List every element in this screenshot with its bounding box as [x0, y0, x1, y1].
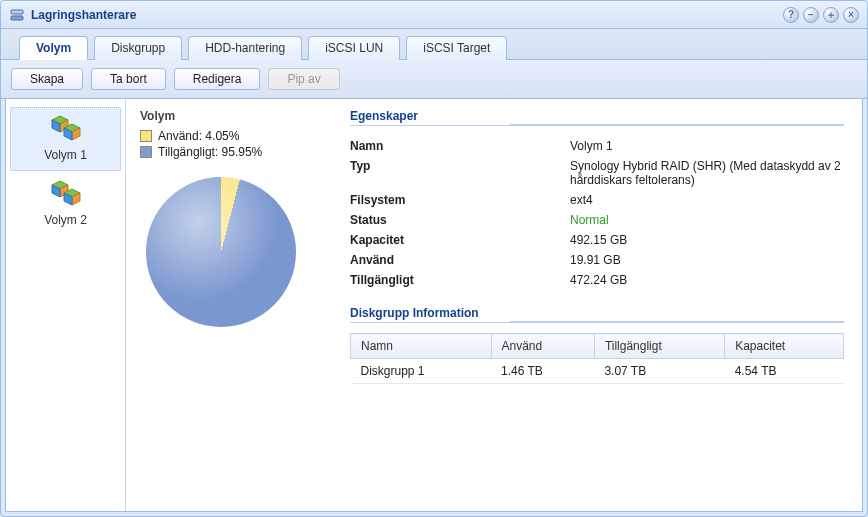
window-controls: ? − ＋ ×	[783, 7, 859, 23]
tab-label: iSCSI Target	[423, 41, 490, 55]
prop-capacity: Kapacitet 492.15 GB	[350, 230, 844, 250]
prop-name: Namn Volym 1	[350, 136, 844, 156]
edit-button[interactable]: Redigera	[174, 68, 261, 90]
titlebar: Lagringshanterare ? − ＋ ×	[1, 1, 867, 29]
tab-bar: Volym Diskgrupp HDD-hantering iSCSI LUN …	[1, 29, 867, 60]
prop-status: Status Normal	[350, 210, 844, 230]
prop-filesystem: Filsystem ext4	[350, 190, 844, 210]
col-used[interactable]: Använd	[491, 334, 594, 359]
content-area: Volym 1	[5, 99, 863, 512]
table-row[interactable]: Diskgrupp 1 1.46 TB 3.07 TB 4.54 TB	[351, 359, 844, 384]
sidebar-item-volume-1[interactable]: Volym 1	[10, 107, 121, 171]
tab-iscsi-target[interactable]: iSCSI Target	[406, 36, 507, 60]
tab-hdd[interactable]: HDD-hantering	[188, 36, 302, 60]
window-title: Lagringshanterare	[31, 8, 783, 22]
close-button[interactable]: ×	[843, 7, 859, 23]
usage-pie-chart	[146, 177, 296, 327]
volume-icon	[46, 114, 86, 146]
prop-available: Tillgängligt 472.24 GB	[350, 270, 844, 290]
usage-legend: Använd: 4.05% Tillgängligt: 95.95%	[140, 129, 330, 159]
tab-iscsi-lun[interactable]: iSCSI LUN	[308, 36, 400, 60]
cell-capacity: 4.54 TB	[725, 359, 844, 384]
sidebar-item-label: Volym 2	[10, 213, 121, 227]
volume-icon	[46, 179, 86, 211]
tab-label: Volym	[36, 41, 71, 55]
col-name[interactable]: Namn	[351, 334, 492, 359]
toolbar: Skapa Ta bort Redigera Pip av	[1, 60, 867, 99]
app-icon	[9, 7, 25, 23]
diskgroup-heading: Diskgrupp Information	[350, 306, 844, 323]
help-button[interactable]: ?	[783, 7, 799, 23]
legend-available: Tillgängligt: 95.95%	[140, 145, 330, 159]
maximize-button[interactable]: ＋	[823, 7, 839, 23]
details-column: Egenskaper Namn Volym 1 Typ Synology Hyb…	[350, 109, 844, 501]
col-avail[interactable]: Tillgängligt	[594, 334, 724, 359]
col-capacity[interactable]: Kapacitet	[725, 334, 844, 359]
cell-used: 1.46 TB	[491, 359, 594, 384]
table-header-row: Namn Använd Tillgängligt Kapacitet	[351, 334, 844, 359]
storage-manager-window: Lagringshanterare ? − ＋ × Volym Diskgrup…	[0, 0, 868, 517]
minimize-button[interactable]: −	[803, 7, 819, 23]
create-button[interactable]: Skapa	[11, 68, 83, 90]
legend-used: Använd: 4.05%	[140, 129, 330, 143]
cell-name: Diskgrupp 1	[351, 359, 492, 384]
sidebar-item-label: Volym 1	[15, 148, 116, 162]
svg-rect-0	[11, 16, 23, 20]
legend-available-label: Tillgängligt: 95.95%	[158, 145, 262, 159]
tab-label: iSCSI LUN	[325, 41, 383, 55]
beep-off-button: Pip av	[268, 68, 339, 90]
sidebar-item-volume-2[interactable]: Volym 2	[6, 173, 125, 235]
tab-volume[interactable]: Volym	[19, 36, 88, 60]
usage-column: Volym Använd: 4.05% Tillgängligt: 95.95%	[140, 109, 330, 501]
tab-label: HDD-hantering	[205, 41, 285, 55]
swatch-available	[140, 146, 152, 158]
volume-sidebar: Volym 1	[6, 99, 126, 511]
diskgroup-table: Namn Använd Tillgängligt Kapacitet Diskg…	[350, 333, 844, 384]
prop-used: Använd 19.91 GB	[350, 250, 844, 270]
swatch-used	[140, 130, 152, 142]
remove-button[interactable]: Ta bort	[91, 68, 166, 90]
cell-avail: 3.07 TB	[594, 359, 724, 384]
tab-label: Diskgrupp	[111, 41, 165, 55]
properties-heading: Egenskaper	[350, 109, 844, 126]
tab-diskgroup[interactable]: Diskgrupp	[94, 36, 182, 60]
svg-rect-1	[11, 10, 23, 14]
legend-used-label: Använd: 4.05%	[158, 129, 239, 143]
volume-heading: Volym	[140, 109, 330, 123]
prop-type: Typ Synology Hybrid RAID (SHR) (Med data…	[350, 156, 844, 190]
main-panel: Volym Använd: 4.05% Tillgängligt: 95.95%…	[126, 99, 862, 511]
